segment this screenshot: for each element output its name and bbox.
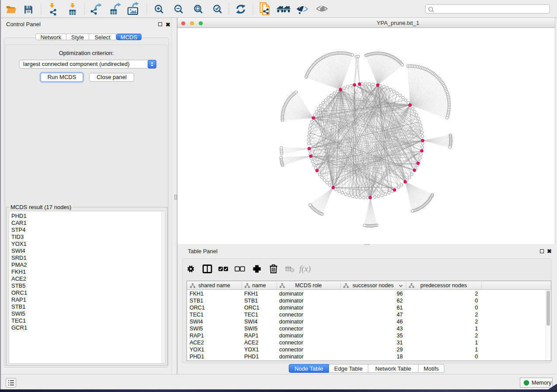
- svg-text:f(x): f(x): [299, 264, 311, 274]
